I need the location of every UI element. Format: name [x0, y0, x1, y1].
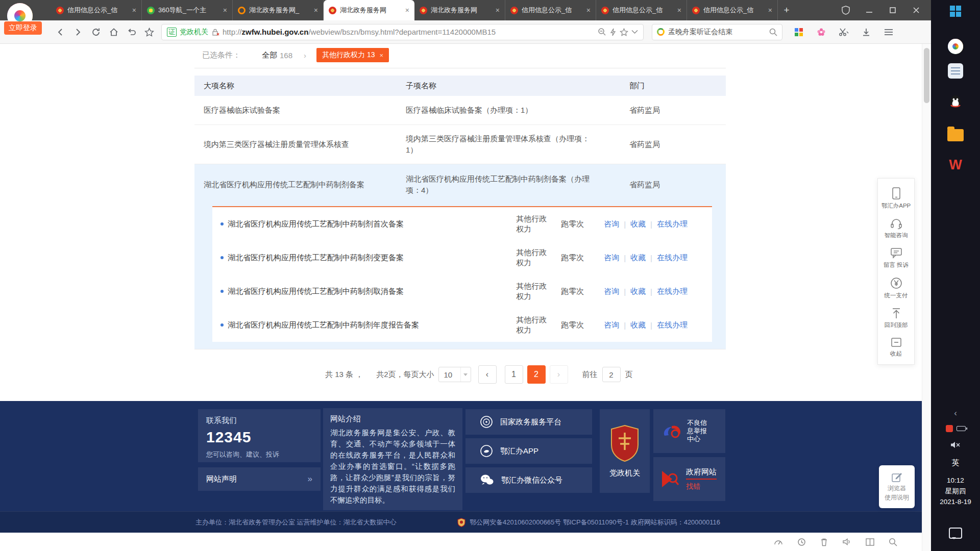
bookmark-star-icon[interactable] — [620, 28, 628, 36]
page-1-button[interactable]: 1 — [505, 365, 523, 384]
table-row-selected[interactable]: 湖北省医疗机构应用传统工艺配制中药制剂备案 湖北省医疗机构应用传统工艺配制中药制… — [194, 164, 726, 205]
taskbar-notes-icon[interactable] — [931, 63, 980, 79]
table-row[interactable]: 境内第三类医疗器械注册质量管理体系核查 境内第三类医疗器械注册质量管理体系核查（… — [194, 125, 726, 164]
browser-tab[interactable]: 信用信息公示_信 × — [596, 0, 687, 20]
browser-help-widget[interactable]: 浏览器 使用说明 — [879, 465, 915, 508]
online-handle-link[interactable]: 在线办理 — [657, 320, 688, 330]
consult-link[interactable]: 咨询 — [604, 287, 619, 296]
tab-close-icon[interactable]: × — [586, 6, 591, 14]
favorite-link[interactable]: 收藏 — [630, 320, 646, 330]
tray-app-icon[interactable] — [946, 425, 953, 432]
clock[interactable]: 10:12 星期四 2021-8-19 — [931, 475, 980, 507]
consult-link[interactable]: 咨询 — [604, 320, 619, 330]
spark-icon[interactable] — [609, 28, 617, 36]
page-scrollbar[interactable] — [922, 44, 931, 551]
tray-expand-icon[interactable]: ‹ — [931, 408, 980, 418]
tab-close-icon[interactable]: × — [132, 6, 136, 14]
page-size-select[interactable]: 10 — [438, 367, 471, 382]
split-screen-icon[interactable] — [866, 538, 874, 546]
apps-grid-icon[interactable] — [790, 23, 807, 41]
filter-tag[interactable]: 其他行政权力 13 × — [316, 48, 389, 62]
prev-page-button[interactable]: ‹ — [478, 365, 497, 384]
tab-close-icon[interactable]: × — [314, 6, 318, 14]
favorite-star-icon[interactable] — [140, 23, 158, 41]
tab-close-icon[interactable]: × — [768, 6, 772, 14]
undo-icon[interactable] — [122, 23, 140, 41]
wechat-account-link[interactable]: 鄂汇办微信公众号 — [465, 467, 592, 493]
taskbar-wps-icon[interactable]: W — [931, 157, 980, 173]
browser-tab[interactable]: 信用信息公示_信 × — [505, 0, 596, 20]
report-center-link[interactable]: 不良信息举报中心 — [653, 409, 725, 453]
page-zoom-icon[interactable] — [889, 538, 897, 546]
taskbar-folder-icon[interactable] — [931, 127, 980, 141]
notification-center-icon[interactable] — [931, 528, 980, 539]
site-statement-link[interactable]: 网站声明 » — [198, 467, 321, 491]
download-icon[interactable] — [857, 23, 875, 41]
ehuiban-app-link[interactable]: 鄂汇办APP — [465, 438, 592, 464]
favorite-link[interactable]: 收藏 — [630, 219, 646, 229]
unified-payment-item[interactable]: 统一支付 — [878, 272, 914, 303]
browser-tab[interactable]: 信用信息公示_信 × — [687, 0, 778, 20]
browser-tab[interactable]: 湖北政务服务网 × — [414, 0, 505, 20]
chevron-down-icon[interactable] — [631, 30, 638, 34]
back-icon[interactable] — [51, 23, 69, 41]
back-to-top-item[interactable]: 回到顶部 — [878, 303, 914, 333]
party-gov-badge[interactable]: 党政机关 — [600, 409, 650, 493]
boost-icon[interactable] — [797, 538, 806, 546]
online-handle-link[interactable]: 在线办理 — [657, 287, 688, 296]
close-button[interactable] — [906, 0, 926, 20]
filter-tag-close-icon[interactable]: × — [380, 52, 384, 59]
login-button[interactable]: 立即登录 — [4, 21, 42, 35]
service-visit: 跑零次 — [561, 253, 591, 263]
shield-icon[interactable] — [836, 0, 855, 20]
site-error-link[interactable]: 政府网站 找错 — [653, 457, 725, 501]
flower-icon[interactable] — [812, 23, 830, 41]
consult-link[interactable]: 咨询 — [604, 253, 619, 263]
address-bar[interactable]: 证 党政机关 http://zwfw.hubei.gov.cn/webview/… — [161, 24, 644, 40]
language-indicator[interactable]: 英 — [931, 458, 980, 468]
reload-icon[interactable] — [87, 23, 105, 41]
page-2-button-active[interactable]: 2 — [527, 365, 546, 384]
smart-consult-item[interactable]: 智能咨询 — [878, 213, 914, 243]
cleaner-trash-icon[interactable] — [820, 538, 828, 546]
volume-muted-icon[interactable] — [931, 440, 980, 449]
table-row[interactable]: 医疗器械临床试验备案 医疗器械临床试验备案（办理项：1） 省药监局 — [194, 96, 726, 125]
tab-close-icon[interactable]: × — [223, 6, 227, 14]
browser-tab-active[interactable]: 湖北政务服务网 × — [324, 0, 414, 20]
tab-close-icon[interactable]: × — [496, 6, 500, 14]
minimize-button[interactable] — [860, 0, 879, 20]
browser-tab[interactable]: 信用信息公示_信 × — [51, 0, 142, 20]
online-handle-link[interactable]: 在线办理 — [657, 219, 688, 229]
search-icon[interactable] — [769, 28, 777, 36]
message-complaint-item[interactable]: 留言 投诉 — [878, 243, 914, 272]
next-page-button[interactable]: › — [550, 365, 568, 384]
browser-tab[interactable]: 360导航_一个主 × — [142, 0, 233, 20]
windows-start-button[interactable] — [931, 5, 980, 17]
browser-tab[interactable]: 湖北政务服务网_ × — [233, 0, 324, 20]
volume-icon[interactable] — [842, 538, 851, 546]
forward-icon[interactable] — [69, 23, 87, 41]
consult-link[interactable]: 咨询 — [604, 219, 619, 229]
filter-all[interactable]: 全部 — [262, 51, 277, 60]
screenshot-scissors-icon[interactable] — [835, 23, 852, 41]
maximize-button[interactable] — [883, 0, 902, 20]
taskbar-qq-icon[interactable] — [931, 95, 980, 110]
home-icon[interactable] — [105, 23, 122, 41]
tab-close-icon[interactable]: × — [677, 6, 681, 14]
online-handle-link[interactable]: 在线办理 — [657, 253, 688, 263]
search-box[interactable]: 孟晚舟案听证会结束 — [652, 24, 782, 40]
scrollbar-thumb[interactable] — [924, 48, 929, 103]
zoom-out-icon[interactable] — [598, 28, 606, 36]
menu-icon[interactable] — [879, 23, 897, 41]
tray-icons[interactable] — [931, 425, 980, 432]
collapse-panel-item[interactable]: 收起 — [878, 333, 914, 361]
new-tab-button[interactable]: + — [778, 0, 795, 20]
ehuiban-app-item[interactable]: 鄂汇办APP — [878, 183, 914, 213]
favorite-link[interactable]: 收藏 — [630, 253, 646, 263]
network-speed-icon[interactable] — [774, 538, 783, 546]
taskbar-browser-icon[interactable] — [931, 39, 980, 54]
favorite-link[interactable]: 收藏 — [630, 287, 646, 296]
tab-close-icon[interactable]: × — [405, 6, 409, 14]
national-platform-link[interactable]: 国家政务服务平台 — [465, 409, 592, 435]
goto-page-input[interactable] — [602, 367, 621, 382]
